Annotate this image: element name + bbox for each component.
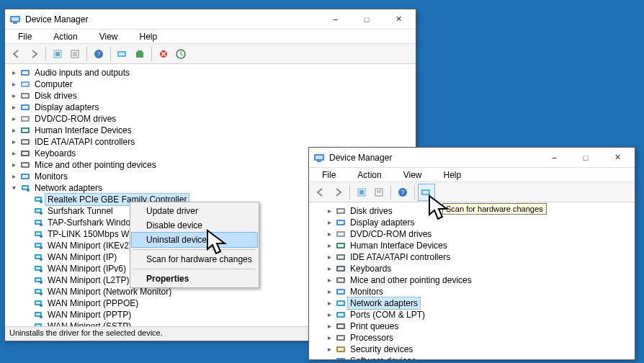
menu-file[interactable]: File [8, 31, 42, 42]
expand-icon[interactable]: ▸ [325, 264, 334, 273]
network-adapter-icon [33, 298, 43, 308]
device-icon [336, 298, 346, 308]
expand-icon[interactable]: ▸ [325, 218, 334, 227]
forward-button[interactable] [25, 45, 43, 63]
expand-icon[interactable]: ▸ [325, 322, 334, 331]
tree-label: Audio inputs and outputs [32, 67, 132, 79]
svg-rect-4 [55, 52, 60, 56]
expand-icon[interactable]: ▸ [9, 172, 18, 181]
tree-category[interactable]: ▸ Human Interface Devices [9, 125, 414, 136]
expand-icon[interactable]: ▸ [325, 230, 334, 238]
expand-icon[interactable]: ▸ [325, 287, 334, 296]
menu-help[interactable]: Help [434, 169, 472, 181]
tree-category[interactable]: ▸ IDE ATA/ATAPI controllers [325, 251, 633, 263]
show-hidden-button[interactable] [353, 184, 370, 201]
device-icon [336, 344, 346, 354]
minimize-button[interactable]: ‒ [319, 10, 351, 29]
collapse-icon[interactable]: ▾ [9, 184, 18, 192]
minimize-button[interactable]: ‒ [538, 148, 570, 167]
help-button[interactable]: ? [394, 184, 411, 201]
menu-action[interactable]: Action [43, 31, 87, 42]
tree-category[interactable]: ▸ Mice and other pointing devices [325, 274, 633, 286]
svg-rect-62 [36, 279, 40, 281]
tree-label: Display adapters [348, 217, 416, 228]
tree-category[interactable]: ▸ Computer [9, 79, 414, 90]
tree-category[interactable]: ▸ DVD/CD-ROM drives [9, 113, 414, 125]
svg-rect-36 [22, 175, 28, 178]
tree-category[interactable]: ▸ Human Interface Devices [325, 240, 633, 251]
update-green-button[interactable] [172, 45, 189, 63]
tree-category[interactable]: ▸ IDE ATA/ATAPI controllers [9, 136, 414, 148]
tree-label: Disk drives [32, 90, 79, 102]
svg-rect-24 [22, 106, 28, 109]
tree-category[interactable]: ▸ Audio inputs and outputs [9, 67, 414, 79]
tree-category[interactable]: ▸ Disk drives [9, 90, 414, 102]
svg-rect-28 [22, 129, 28, 132]
scan-hardware-button[interactable] [114, 45, 131, 63]
tree-category[interactable]: ▸ Processors [325, 332, 633, 344]
tree-category[interactable]: ▸ Ports (COM & LPT) [325, 309, 633, 321]
expand-icon[interactable]: ▸ [325, 276, 334, 284]
back-button[interactable] [312, 184, 329, 201]
expand-icon[interactable]: ▸ [9, 149, 18, 158]
expand-icon[interactable]: ▸ [325, 241, 334, 250]
svg-rect-26 [22, 117, 28, 120]
menu-view[interactable]: View [393, 169, 432, 181]
expand-icon[interactable]: ▸ [325, 299, 334, 308]
menu-view[interactable]: View [89, 31, 128, 42]
uninstall-red-button[interactable] [155, 45, 172, 63]
device-tree[interactable]: ▸ Disk drives ▸ Display adapters ▸ DVD/C… [309, 202, 635, 359]
expand-icon[interactable]: ▸ [9, 161, 18, 169]
tree-category[interactable]: ▸ Keyboards [325, 263, 633, 274]
expand-icon[interactable]: ▸ [325, 253, 334, 261]
scan-hardware-button[interactable] [418, 184, 435, 201]
expand-icon[interactable]: ▸ [9, 115, 18, 123]
expand-icon[interactable]: ▸ [325, 207, 334, 215]
device-icon [20, 79, 30, 89]
expand-icon[interactable]: ▸ [9, 103, 18, 112]
ctx-scan-hardware[interactable]: Scan for hardware changes [132, 252, 257, 266]
expand-icon[interactable]: ▸ [9, 91, 18, 100]
network-adapter-icon [33, 264, 43, 274]
add-legacy-button[interactable] [131, 45, 148, 63]
help-button[interactable]: ? [90, 45, 107, 63]
back-button[interactable] [8, 45, 25, 63]
expand-icon[interactable]: ▸ [325, 345, 334, 354]
tree-category[interactable]: ▸ Display adapters [9, 102, 414, 113]
tree-category[interactable]: ▸ Network adapters [325, 297, 633, 309]
svg-point-60 [40, 269, 43, 272]
svg-rect-101 [338, 279, 344, 282]
maximize-button[interactable]: □ [570, 148, 601, 167]
expand-icon[interactable]: ▸ [9, 138, 18, 146]
show-hidden-button[interactable] [49, 45, 66, 63]
ctx-update-driver[interactable]: Update driver [132, 204, 257, 218]
ctx-disable-device[interactable]: Disable device [132, 218, 257, 233]
menu-file[interactable]: File [312, 169, 346, 181]
menu-help[interactable]: Help [130, 31, 168, 42]
expand-icon[interactable]: ▸ [325, 310, 334, 319]
expand-icon[interactable]: ▸ [325, 333, 334, 342]
maximize-button[interactable]: □ [351, 10, 383, 29]
tree-category[interactable]: ▸ Display adapters [325, 217, 633, 228]
tree-category[interactable]: ▸ Print queues [325, 321, 633, 332]
expand-icon[interactable]: ▸ [9, 68, 18, 77]
svg-rect-22 [22, 94, 28, 97]
svg-rect-50 [36, 233, 40, 235]
tree-category[interactable]: ▸ Monitors [325, 286, 633, 297]
properties-button[interactable] [370, 184, 388, 201]
menu-action[interactable]: Action [347, 169, 391, 181]
expand-icon[interactable]: ▸ [9, 126, 18, 135]
ctx-uninstall-device[interactable]: Uninstall device [132, 233, 257, 247]
close-button[interactable]: ✕ [601, 148, 633, 167]
tree-category[interactable]: ▸ DVD/CD-ROM drives [325, 228, 633, 240]
ctx-properties[interactable]: Properties [132, 272, 257, 286]
app-icon [313, 152, 325, 163]
properties-button[interactable] [66, 45, 84, 63]
forward-button[interactable] [329, 184, 346, 201]
expand-icon[interactable]: ▸ [9, 80, 18, 89]
tree-label: WAN Miniport (L2TP) [45, 274, 132, 286]
close-button[interactable]: ✕ [383, 10, 414, 29]
svg-rect-47 [36, 221, 40, 223]
svg-rect-105 [338, 302, 344, 305]
expand-icon[interactable]: ▸ [325, 357, 334, 359]
